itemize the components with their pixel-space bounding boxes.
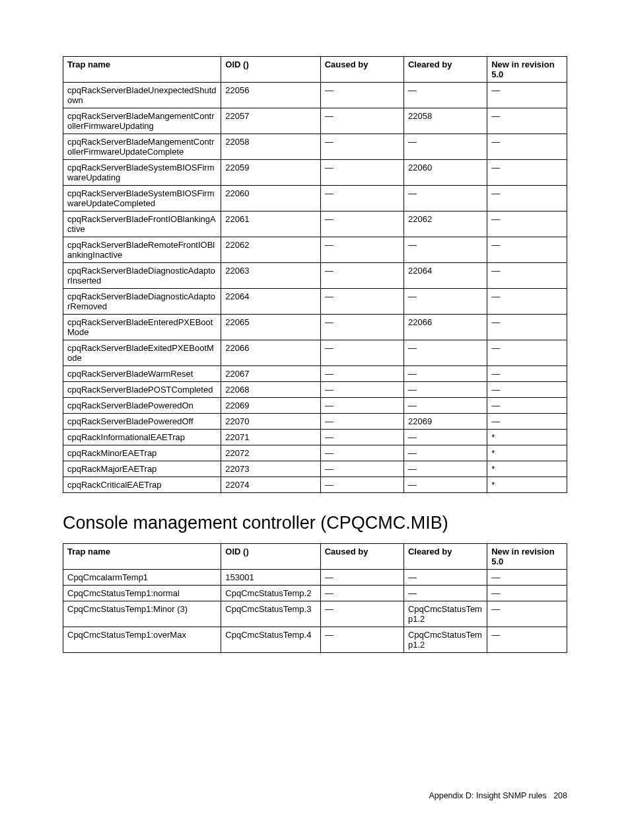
table-row: cpqRackCriticalEAETrap22074——* xyxy=(63,477,567,493)
cell-trap: cpqRackServerBladeUnexpectedShutdown xyxy=(63,83,221,108)
table-row: cpqRackServerBladeSystemBIOSFirmwareUpda… xyxy=(63,186,567,211)
cell-trap: CpqCmcStatusTemp1:normal xyxy=(63,586,221,601)
cell-trap: cpqRackServerBladeDiagnosticAdaptorInser… xyxy=(63,263,221,289)
cell-cleared: — xyxy=(403,289,487,315)
cell-new: * xyxy=(487,445,567,461)
cell-caused: — xyxy=(320,461,403,477)
header-oid: OID () xyxy=(221,544,320,570)
cell-trap: cpqRackServerBladePOSTCompleted xyxy=(63,382,221,398)
cell-new: — xyxy=(487,237,567,263)
cell-oid: 22060 xyxy=(221,186,320,211)
cell-trap: cpqRackServerBladeExitedPXEBootMode xyxy=(63,340,221,366)
cell-caused: — xyxy=(320,398,403,414)
cell-caused: — xyxy=(320,586,403,601)
cell-caused: — xyxy=(320,160,403,186)
cell-oid: 22065 xyxy=(221,315,320,340)
cell-new: — xyxy=(487,160,567,186)
header-caused-by: Caused by xyxy=(320,544,403,570)
cell-cleared: 22064 xyxy=(403,263,487,289)
cell-caused: — xyxy=(320,186,403,211)
cell-new: — xyxy=(487,414,567,430)
cell-cleared: — xyxy=(403,83,487,108)
cell-cleared: — xyxy=(403,461,487,477)
cell-oid: 22066 xyxy=(221,340,320,366)
cell-caused: — xyxy=(320,108,403,134)
cell-cleared: 22060 xyxy=(403,160,487,186)
cell-cleared: 22058 xyxy=(403,108,487,134)
cell-new: * xyxy=(487,461,567,477)
cell-caused: — xyxy=(320,340,403,366)
cell-oid: 22071 xyxy=(221,430,320,445)
cell-cleared: — xyxy=(403,340,487,366)
cell-trap: cpqRackServerBladeEnteredPXEBootMode xyxy=(63,315,221,340)
cell-trap: cpqRackServerBladeWarmReset xyxy=(63,366,221,382)
cell-new: — xyxy=(487,627,567,653)
header-new-in: New in revision 5.0 xyxy=(487,544,567,570)
cell-oid: 22063 xyxy=(221,263,320,289)
cell-caused: — xyxy=(320,601,403,627)
trap-table-2: Trap name OID () Caused by Cleared by Ne… xyxy=(63,543,567,653)
cell-oid: CpqCmcStatusTemp.3 xyxy=(221,601,320,627)
cell-trap: cpqRackInformationalEAETrap xyxy=(63,430,221,445)
table-row: cpqRackServerBladeRemoteFrontIOBlankingI… xyxy=(63,237,567,263)
cell-trap: CpqCmcStatusTemp1:Minor (3) xyxy=(63,601,221,627)
cell-trap: cpqRackServerBladeDiagnosticAdaptorRemov… xyxy=(63,289,221,315)
cell-caused: — xyxy=(320,414,403,430)
trap-table-1: Trap name OID () Caused by Cleared by Ne… xyxy=(63,56,567,493)
cell-new: — xyxy=(487,211,567,237)
cell-caused: — xyxy=(320,289,403,315)
cell-oid: 22064 xyxy=(221,289,320,315)
cell-caused: — xyxy=(320,83,403,108)
cell-new: — xyxy=(487,134,567,160)
cell-new: * xyxy=(487,430,567,445)
table-row: cpqRackInformationalEAETrap22071——* xyxy=(63,430,567,445)
cell-new: — xyxy=(487,382,567,398)
cell-cleared: — xyxy=(403,430,487,445)
cell-cleared: — xyxy=(403,570,487,586)
cell-caused: — xyxy=(320,382,403,398)
cell-cleared: — xyxy=(403,366,487,382)
cell-new: — xyxy=(487,289,567,315)
cell-oid: CpqCmcStatusTemp.4 xyxy=(221,627,320,653)
cell-oid: 22058 xyxy=(221,134,320,160)
cell-new: — xyxy=(487,263,567,289)
header-trap-name: Trap name xyxy=(63,57,221,83)
cell-new: — xyxy=(487,398,567,414)
cell-trap: cpqRackMinorEAETrap xyxy=(63,445,221,461)
cell-trap: CpqCmcStatusTemp1:overMax xyxy=(63,627,221,653)
cell-oid: 22062 xyxy=(221,237,320,263)
cell-cleared: CpqCmcStatusTemp1.2 xyxy=(403,601,487,627)
cell-trap: cpqRackServerBladePoweredOff xyxy=(63,414,221,430)
cell-new: — xyxy=(487,108,567,134)
cell-caused: — xyxy=(320,430,403,445)
table-row: cpqRackServerBladeEnteredPXEBootMode2206… xyxy=(63,315,567,340)
cell-trap: cpqRackServerBladeSystemBIOSFirmwareUpda… xyxy=(63,186,221,211)
cell-oid: 22057 xyxy=(221,108,320,134)
header-cleared-by: Cleared by xyxy=(403,57,487,83)
header-trap-name: Trap name xyxy=(63,544,221,570)
table-row: cpqRackServerBladeMangementControllerFir… xyxy=(63,134,567,160)
table-row: CpqCmcalarmTemp1153001——— xyxy=(63,570,567,586)
cell-trap: CpqCmcalarmTemp1 xyxy=(63,570,221,586)
table-row: cpqRackServerBladeFrontIOBlankingActive2… xyxy=(63,211,567,237)
table-row: cpqRackMajorEAETrap22073——* xyxy=(63,461,567,477)
cell-new: — xyxy=(487,315,567,340)
table-row: CpqCmcStatusTemp1:Minor (3)CpqCmcStatusT… xyxy=(63,601,567,627)
header-oid: OID () xyxy=(221,57,320,83)
cell-oid: 22056 xyxy=(221,83,320,108)
table-header-row: Trap name OID () Caused by Cleared by Ne… xyxy=(63,57,567,83)
table-header-row: Trap name OID () Caused by Cleared by Ne… xyxy=(63,544,567,570)
cell-caused: — xyxy=(320,570,403,586)
header-caused-by: Caused by xyxy=(320,57,403,83)
cell-cleared: CpqCmcStatusTemp1.2 xyxy=(403,627,487,653)
cell-caused: — xyxy=(320,366,403,382)
cell-caused: — xyxy=(320,263,403,289)
cell-oid: 22073 xyxy=(221,461,320,477)
cell-oid: 22061 xyxy=(221,211,320,237)
cell-caused: — xyxy=(320,477,403,493)
cell-oid: 22068 xyxy=(221,382,320,398)
header-cleared-by: Cleared by xyxy=(403,544,487,570)
table-row: cpqRackServerBladeDiagnosticAdaptorInser… xyxy=(63,263,567,289)
cell-cleared: — xyxy=(403,186,487,211)
footer-text: Appendix D: Insight SNMP rules xyxy=(429,791,546,800)
